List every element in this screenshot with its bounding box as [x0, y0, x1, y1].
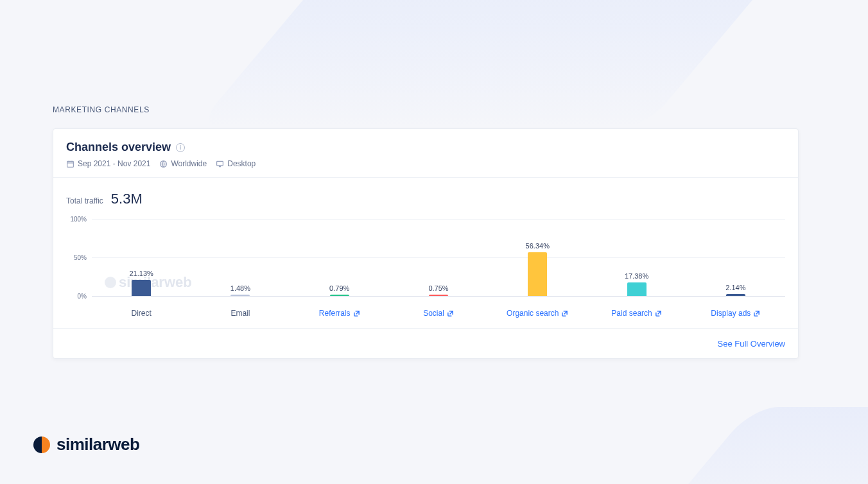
- y-tick-100: 100%: [66, 216, 87, 223]
- channels-card: Channels overview i Sep 2021 - Nov 2021 …: [53, 128, 799, 359]
- bar-value-label: 2.14%: [725, 284, 745, 291]
- bar: [726, 294, 745, 296]
- background-accent-bottom: [623, 407, 868, 484]
- meta-device: Desktop: [216, 159, 256, 168]
- svg-rect-0: [67, 161, 74, 167]
- total-traffic: Total traffic 5.3M: [66, 191, 785, 207]
- category-text: Paid search: [611, 309, 652, 318]
- grid-line-0: [92, 296, 785, 297]
- bar-value-label: 1.48%: [230, 284, 250, 292]
- bar: [132, 280, 151, 296]
- card-header: Channels overview i Sep 2021 - Nov 2021 …: [53, 129, 798, 178]
- bar-value-label: 17.38%: [625, 272, 648, 280]
- card-title-text: Channels overview: [66, 141, 171, 154]
- category-text: Direct: [131, 309, 151, 318]
- y-tick-50: 50%: [66, 254, 87, 261]
- x-labels: DirectEmailReferralsSocialOrganic search…: [92, 305, 785, 322]
- chart: similarweb 100% 50% 0% 21.13%1.48%0.79%0…: [66, 219, 785, 322]
- see-full-overview-link[interactable]: See Full Overview: [718, 339, 785, 349]
- category-link-referrals[interactable]: Referrals: [290, 305, 389, 322]
- category-link-paid-search[interactable]: Paid search: [587, 305, 686, 322]
- external-link-icon: [655, 310, 662, 317]
- meta-device-text: Desktop: [227, 159, 256, 168]
- brand-logo: similarweb: [33, 435, 139, 454]
- bar-value-label: 0.75%: [428, 284, 448, 292]
- category-label-email: Email: [191, 305, 290, 322]
- external-link-icon: [353, 310, 360, 317]
- meta-row: Sep 2021 - Nov 2021 Worldwide Desktop: [66, 159, 785, 168]
- category-text: Email: [230, 309, 250, 318]
- total-traffic-label: Total traffic: [66, 196, 103, 205]
- bar: [230, 295, 250, 296]
- category-link-display-ads[interactable]: Display ads: [686, 305, 785, 322]
- external-link-icon: [561, 310, 568, 317]
- bar-col-social: 0.75%: [389, 219, 488, 296]
- category-text: Organic search: [507, 309, 559, 318]
- calendar-icon: [66, 160, 74, 168]
- total-traffic-value: 5.3M: [111, 191, 143, 207]
- info-icon[interactable]: i: [176, 143, 185, 152]
- bar-col-email: 1.48%: [191, 219, 290, 296]
- category-text: Display ads: [711, 309, 751, 318]
- category-label-direct: Direct: [92, 305, 191, 322]
- external-link-icon: [447, 310, 454, 317]
- y-tick-0: 0%: [66, 293, 87, 300]
- bar-col-organic-search: 56.34%: [488, 219, 587, 296]
- category-text: Referrals: [319, 309, 351, 318]
- card-title-row: Channels overview i: [66, 141, 785, 154]
- category-text: Social: [423, 309, 444, 318]
- bar-value-label: 0.79%: [329, 284, 349, 292]
- external-link-icon: [753, 310, 760, 317]
- background-accent-top: [195, 0, 860, 128]
- bar-col-direct: 21.13%: [92, 219, 191, 296]
- bar-value-label: 21.13%: [129, 270, 153, 277]
- brand-icon: [33, 436, 50, 453]
- card-footer: See Full Overview: [53, 328, 798, 358]
- desktop-icon: [216, 160, 224, 168]
- bar: [330, 295, 349, 296]
- bars-container: 21.13%1.48%0.79%0.75%56.34%17.38%2.14%: [92, 219, 785, 296]
- category-link-social[interactable]: Social: [389, 305, 488, 322]
- meta-date-text: Sep 2021 - Nov 2021: [78, 159, 150, 168]
- card-body: Total traffic 5.3M similarweb 100% 50% 0…: [53, 178, 798, 328]
- meta-region-text: Worldwide: [171, 159, 207, 168]
- globe-icon: [159, 160, 168, 168]
- brand-text: similarweb: [56, 435, 139, 454]
- bar-col-referrals: 0.79%: [290, 219, 389, 296]
- section-title: MARKETING CHANNELS: [53, 105, 150, 114]
- bar-col-display-ads: 2.14%: [686, 219, 785, 296]
- bar: [429, 295, 448, 296]
- bar: [627, 282, 647, 296]
- bar-col-paid-search: 17.38%: [587, 219, 686, 296]
- bar-value-label: 56.34%: [526, 242, 550, 250]
- bar: [528, 252, 547, 296]
- category-link-organic-search[interactable]: Organic search: [488, 305, 587, 322]
- meta-date: Sep 2021 - Nov 2021: [66, 159, 150, 168]
- meta-region: Worldwide: [159, 159, 207, 168]
- svg-rect-2: [217, 161, 223, 166]
